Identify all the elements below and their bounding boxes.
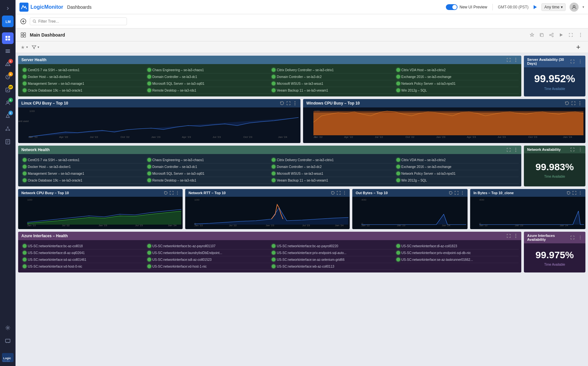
more-netavail-icon[interactable] (578, 148, 582, 151)
svg-text:Jul '22: Jul '22 (62, 224, 70, 227)
sidebar-expand[interactable] (2, 3, 14, 14)
expand-rtt-icon[interactable] (337, 191, 341, 195)
azure-health-item: US-SC:networkinterface:dl-az-coll1823 (394, 243, 519, 250)
svg-point-49 (295, 105, 295, 105)
run-icon[interactable] (532, 5, 537, 10)
status-dot (272, 258, 276, 261)
more-azure-icon[interactable] (514, 234, 518, 238)
svg-text:Logic: Logic (3, 357, 11, 360)
status-dot (147, 75, 151, 79)
badge-0a: 0 (8, 98, 13, 102)
sidebar-item-4[interactable]: 4 (2, 71, 14, 83)
more-net-health-icon[interactable] (514, 148, 518, 152)
more-icon[interactable] (578, 33, 583, 37)
more-cpu-icon[interactable] (293, 101, 297, 105)
svg-rect-5 (8, 39, 10, 40)
svg-text:Jan '24: Jan '24 (563, 136, 572, 139)
linux-cpu-ylabel: percent used (18, 120, 28, 123)
azure-health-item: US-SC:networkinterface:se-az-taskrunner0… (394, 256, 519, 263)
favorite-icon[interactable] (530, 33, 534, 37)
expand-avail-icon[interactable] (571, 60, 574, 63)
refresh-icon[interactable] (280, 101, 284, 105)
any-time-label: Any time (544, 5, 560, 9)
more-widget-icon[interactable] (514, 58, 518, 62)
more-win-icon[interactable] (578, 101, 582, 105)
more-azureavail-icon[interactable] (578, 236, 582, 239)
refresh-outbytes-icon[interactable] (449, 191, 453, 195)
expand-net-health-icon[interactable] (506, 148, 511, 152)
expand-outbytes-icon[interactable] (455, 191, 458, 195)
azure-health-item: US-SC:networkinterface:priv-endpoint-sql… (270, 250, 394, 256)
expand-icon[interactable] (569, 33, 573, 37)
more-avail-icon[interactable] (578, 60, 582, 63)
lm-top-logo (19, 3, 28, 12)
topnav-right: New UI Preview GMT-08:00 (PST) Any time … (446, 3, 584, 12)
star-action[interactable]: ★ ▾ (21, 45, 28, 50)
filter-input-area[interactable] (30, 17, 127, 25)
sidebar-item-reports[interactable] (2, 136, 14, 148)
sidebar-item-settings[interactable] (2, 322, 14, 334)
health-item-label: Win 2012g – SQL (401, 89, 427, 92)
network-health-title: Network Health (21, 148, 504, 152)
server-health-item: Docker Host – se-la3-docker1 (21, 73, 145, 80)
filter-action[interactable]: ▾ (32, 45, 39, 50)
svg-text:Jan '22: Jan '22 (313, 136, 323, 139)
network-rtt-widget: Network RTT – Top 10 (185, 189, 350, 229)
azure-item-label: US-SC:networkinterface:bc-az-payroll0110… (153, 244, 216, 248)
status-dot (272, 251, 276, 255)
expand-netavail-icon[interactable] (571, 148, 574, 151)
windows-cpu-chart: 100 0 Jan '22 Apr '22 Jul '22 Oct '22 Ja… (303, 107, 585, 143)
expand-azure-icon[interactable] (506, 234, 511, 238)
network-health-item: Win 2012g – SQL (394, 177, 519, 184)
sidebar-item-6[interactable]: 0 (2, 97, 14, 109)
expand-win-icon[interactable] (571, 101, 576, 105)
share-icon[interactable] (549, 33, 554, 37)
refresh-rtt-icon[interactable] (331, 191, 335, 195)
expand-azureavail-icon[interactable] (571, 236, 574, 239)
any-time-button[interactable]: Any time ▾ (541, 3, 566, 11)
refresh-netcpu-icon[interactable] (164, 191, 168, 195)
toolbar (16, 14, 588, 28)
more-rtt-icon[interactable] (343, 191, 346, 195)
status-dot (23, 75, 27, 79)
expand-widget-icon[interactable] (506, 58, 511, 62)
expand-inbytes-icon[interactable] (572, 191, 576, 195)
expand-netcpu-icon[interactable] (170, 191, 174, 195)
svg-text:Jan '24: Jan '24 (335, 224, 344, 227)
svg-rect-4 (6, 39, 7, 40)
svg-point-95 (344, 194, 345, 195)
sidebar-item-dashboards[interactable] (2, 32, 14, 44)
network-rtt-chart: 100 0 Jan '22 Jul '22 Jan '23 Jul '23 Ja… (185, 197, 350, 229)
health-item-label: CentOS 7 via SSH – se-la3-centos1 (28, 68, 80, 72)
sidebar-item-resources[interactable] (2, 45, 14, 57)
health-item-label: Domain Controller – se-la3-dc2 (277, 75, 322, 79)
logic-monitor-logo[interactable]: LM (2, 16, 14, 27)
network-item-label: Win 2012g – SQL (401, 179, 427, 182)
svg-text:Jan '22: Jan '22 (28, 136, 38, 139)
toggle-pill[interactable] (446, 4, 458, 10)
refresh-win-icon[interactable] (565, 101, 569, 105)
user-avatar[interactable] (570, 3, 579, 12)
filter-input[interactable] (38, 19, 124, 24)
network-item-label: Docker Host – se-la3-docker1 (28, 165, 71, 169)
server-health-header: Server Health (18, 56, 521, 64)
add-button[interactable]: + (574, 43, 583, 52)
more-netcpu-icon[interactable] (175, 191, 179, 195)
sidebar-item-topology[interactable] (2, 123, 14, 135)
svg-rect-30 (21, 35, 23, 37)
clone-icon[interactable] (539, 33, 544, 37)
add-widget-button[interactable] (19, 17, 27, 25)
expand-cpu-icon[interactable] (286, 101, 291, 105)
new-ui-toggle[interactable]: New UI Preview (446, 4, 487, 10)
more-inbytes-icon[interactable] (578, 191, 582, 195)
sidebar-item-7[interactable]: 0 (2, 110, 14, 122)
svg-point-36 (552, 36, 553, 37)
play-icon[interactable] (559, 33, 563, 37)
sidebar-item-5[interactable]: 37 (2, 84, 14, 96)
network-item-label: Microsoft SQL Server – se-la3-sql01 (153, 172, 205, 175)
more-outbytes-icon[interactable] (460, 191, 464, 195)
sidebar-item-collector[interactable] (2, 335, 14, 347)
refresh-inbytes-icon[interactable] (567, 191, 571, 195)
sidebar-item-alerts[interactable]: 2 (2, 58, 14, 70)
topnav: LogicMonitor Dashboards New UI Preview G… (16, 0, 588, 14)
